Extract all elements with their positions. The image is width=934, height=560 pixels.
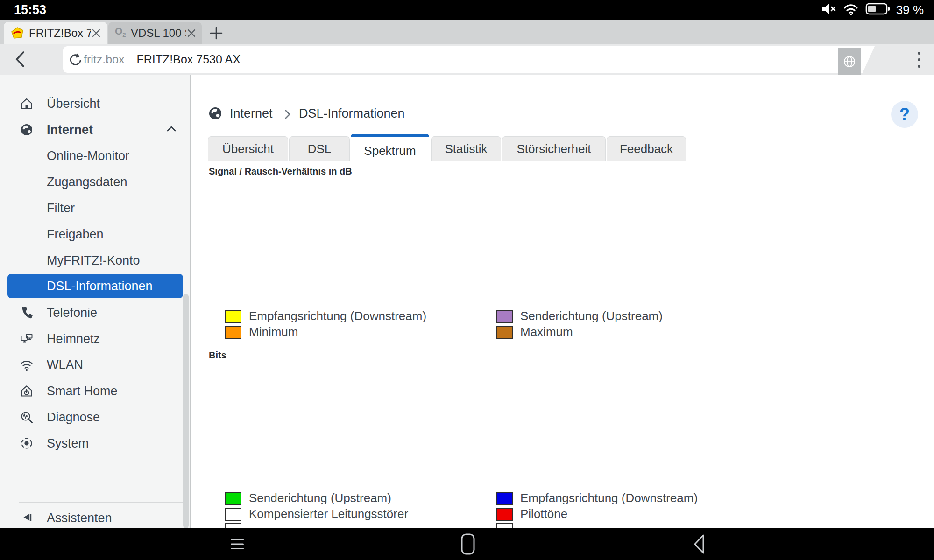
main-content: Internet DSL-Informationen ? Übersicht D… (191, 75, 934, 528)
reload-icon[interactable] (68, 52, 83, 69)
mute-icon (821, 2, 837, 18)
browser-tab-fritzbox[interactable]: FRITZ!Box 7530 (4, 22, 107, 44)
back-nav-icon[interactable] (685, 531, 713, 557)
home-nav-icon[interactable] (454, 531, 482, 557)
legend-bits-downstream: Empfangsrichtung (Downstream) (496, 491, 698, 505)
legend-swatch (496, 326, 513, 339)
url-page-title: FRITZ!Box 7530 AX (137, 53, 241, 66)
smart-home-icon (20, 384, 34, 398)
sidebar-item-diagnose[interactable]: Diagnose (0, 404, 190, 430)
chevron-up-icon (164, 123, 178, 137)
sidebar-item-internet[interactable]: Internet (0, 117, 190, 143)
sidebar-item-system[interactable]: System (0, 430, 190, 456)
globe-icon (208, 106, 223, 121)
diagnose-icon (20, 410, 34, 424)
close-tab-icon[interactable] (187, 28, 196, 40)
legend-swatch (225, 310, 241, 323)
browser-address-row: fritz.box FRITZ!Box 7530 AX (0, 44, 934, 75)
help-button[interactable]: ? (891, 101, 918, 128)
legend-bits-leitungsstoerer: Kompensierter Leitungsstörer (225, 507, 408, 521)
globe-icon (20, 123, 34, 137)
browser-back-icon[interactable] (11, 46, 28, 74)
breadcrumb-section[interactable]: Internet (230, 106, 273, 121)
sidebar-item-dsl-informationen[interactable]: DSL-Informationen (7, 274, 183, 298)
system-icon (20, 436, 34, 450)
android-nav-bar (0, 528, 934, 560)
breadcrumb-page: DSL-Informationen (299, 106, 405, 121)
sidebar-item-telefonie[interactable]: Telefonie (0, 300, 190, 326)
tab-title: VDSL 100 Störun (131, 27, 186, 40)
sidebar-item-wlan[interactable]: WLAN (0, 352, 190, 378)
battery-percent: 39 % (896, 3, 924, 17)
legend-swatch (225, 508, 241, 521)
sidebar-item-myfritz-konto[interactable]: MyFRITZ!-Konto (0, 247, 190, 273)
o2-favicon: O2 (115, 26, 126, 38)
sidebar-item-online-monitor[interactable]: Online-Monitor (0, 143, 190, 169)
legend-bits-pilottoene: Pilottöne (496, 507, 567, 521)
legend-swatch (496, 492, 513, 505)
wifi-icon (20, 358, 34, 372)
legend-snr-upstream: Senderichtung (Upstream) (496, 309, 663, 323)
legend-snr-downstream: Empfangsrichtung (Downstream) (225, 309, 426, 323)
sidebar-item-zugangsdaten[interactable]: Zugangsdaten (0, 169, 190, 195)
url-host: fritz.box (84, 53, 125, 66)
tab-dsl[interactable]: DSL (289, 136, 350, 161)
legend-swatch (225, 326, 241, 339)
legend-swatch (496, 310, 513, 323)
clock: 15:53 (14, 3, 46, 17)
menu-icon[interactable] (223, 531, 251, 557)
sidebar-item-filter[interactable]: Filter (0, 195, 190, 221)
screen: 15:53 39 % FRITZ!Box 7530 O2 (0, 0, 934, 560)
wifi-icon (843, 2, 860, 18)
legend-swatch (225, 492, 241, 505)
android-status-bar: 15:53 39 % (0, 0, 934, 20)
close-tab-icon[interactable] (92, 28, 101, 40)
bits-chart-title: Bits (209, 350, 226, 361)
url-bar[interactable]: fritz.box FRITZ!Box 7530 AX (63, 46, 863, 73)
browser-tab-vdsl[interactable]: O2 VDSL 100 Störun (108, 22, 202, 44)
sidebar-item-heimnetz[interactable]: Heimnetz (0, 326, 190, 352)
url-bar-end (863, 46, 875, 73)
tab-statistik[interactable]: Statistik (431, 136, 501, 161)
site-globe-icon[interactable] (838, 48, 861, 75)
tab-feedback[interactable]: Feedback (607, 136, 686, 161)
battery-icon (865, 1, 891, 18)
legend-snr-maximum: Maximum (496, 325, 573, 339)
sidebar: Übersicht Internet Online-Monitor Zugang… (0, 75, 191, 528)
fritz-favicon (11, 27, 23, 41)
sidebar-scrollbar[interactable] (183, 294, 189, 528)
legend-bits-upstream: Senderichtung (Upstream) (225, 491, 391, 505)
new-tab-button[interactable] (206, 22, 226, 44)
phone-icon (20, 306, 34, 320)
tab-uebersicht[interactable]: Übersicht (208, 136, 288, 161)
sidebar-item-assistenten[interactable]: Assistenten (0, 505, 190, 528)
browser-menu-icon[interactable] (914, 49, 924, 70)
sidebar-item-uebersicht[interactable]: Übersicht (0, 91, 190, 117)
tab-stoersicherheit[interactable]: Störsicherheit (502, 136, 606, 161)
tab-spektrum[interactable]: Spektrum (351, 134, 429, 165)
legend-snr-minimum: Minimum (225, 325, 298, 339)
sidebar-item-smart-home[interactable]: Smart Home (0, 378, 190, 404)
wizard-icon (20, 511, 34, 525)
browser-tab-strip: FRITZ!Box 7530 O2 VDSL 100 Störun (0, 20, 934, 44)
sidebar-divider (19, 502, 183, 503)
snr-chart-title: Signal / Rausch-Verhältnis in dB (209, 166, 352, 177)
home-icon (20, 97, 34, 111)
sidebar-item-freigaben[interactable]: Freigaben (0, 221, 190, 247)
legend-swatch (496, 508, 513, 521)
breadcrumb-chevron-icon (283, 108, 292, 122)
network-icon (20, 332, 34, 346)
tab-title: FRITZ!Box 7530 (29, 27, 91, 40)
